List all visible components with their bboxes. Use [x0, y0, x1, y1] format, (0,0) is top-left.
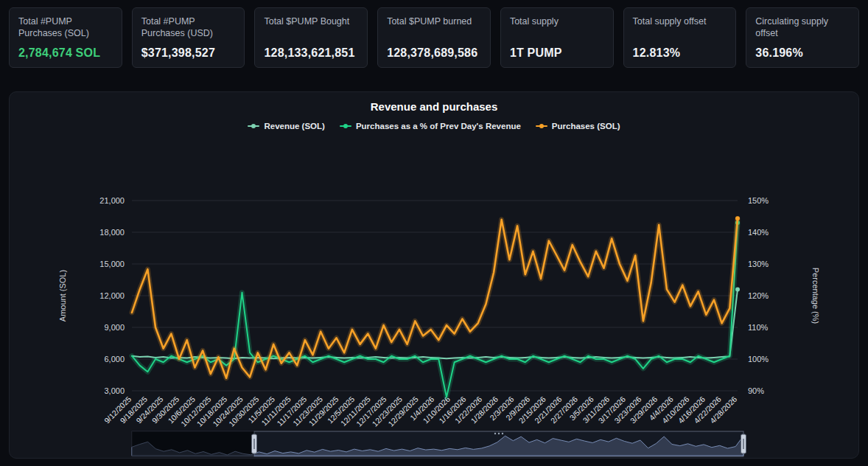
card-total-pump-burned: Total $PUMP burned 128,378,689,586 — [377, 7, 491, 68]
card-value: 128,133,621,851 — [264, 46, 358, 60]
right-axis-title: Percentage (%) — [811, 268, 820, 324]
left-axis-title: Amount (SOL) — [58, 270, 67, 321]
card-value: $371,398,527 — [141, 46, 236, 60]
card-total-pump-purchases-sol: Total #PUMP Purchases (SOL) 2,784,674 SO… — [9, 7, 122, 68]
legend-marker-icon — [248, 122, 259, 130]
legend-label: Purchases (SOL) — [552, 122, 620, 131]
right-axis-tick: 130% — [748, 260, 769, 268]
series-glow — [132, 218, 738, 378]
card-total-pump-purchases-usd: Total #PUMP Purchases (USD) $371,398,527 — [132, 7, 245, 68]
series-endpoint — [735, 216, 740, 220]
chart-title: Revenue and purchases — [10, 100, 858, 114]
left-axis-tick: 3,000 — [104, 386, 125, 395]
card-title: Total #PUMP Purchases (SOL) — [18, 15, 113, 40]
card-value: 128,378,689,586 — [387, 46, 481, 60]
legend-item-purchases-sol[interactable]: Purchases (SOL) — [536, 122, 620, 131]
card-total-pump-bought: Total $PUMP Bought 128,133,621,851 — [254, 7, 368, 68]
left-axis-tick: 9,000 — [104, 323, 125, 332]
card-circulating-supply-offset: Circulating supply offset 36.196% — [746, 7, 859, 68]
card-title: Total supply offset — [633, 15, 727, 27]
stats-cards-row: Total #PUMP Purchases (SOL) 2,784,674 SO… — [0, 0, 868, 68]
legend-marker-icon — [536, 122, 547, 130]
left-axis-tick: 21,000 — [99, 196, 125, 205]
legend-marker-icon — [340, 122, 351, 130]
card-value: 2,784,674 SOL — [18, 46, 113, 60]
right-axis-tick: 140% — [748, 228, 769, 237]
card-title: Total $PUMP Bought — [264, 15, 358, 27]
right-axis-tick: 90% — [748, 386, 764, 395]
navigator-grip-icon[interactable] — [498, 433, 500, 434]
card-value: 1T PUMP — [510, 46, 604, 60]
revenue-purchases-chart-panel: Revenue and purchases Revenue (SOL) Purc… — [9, 91, 859, 459]
right-axis-tick: 120% — [748, 291, 769, 300]
revenue-purchases-chart: 3,00090%6,000100%9,000110%12,000120%15,0… — [10, 133, 860, 458]
left-axis-tick: 12,000 — [99, 291, 125, 300]
card-title: Circulating supply offset — [755, 15, 850, 40]
legend-label: Purchases as a % of Prev Day's Revenue — [356, 122, 521, 131]
navigator-unselected-region[interactable] — [132, 431, 254, 456]
left-axis-tick: 18,000 — [99, 228, 125, 237]
legend-item-purchases-percent[interactable]: Purchases as a % of Prev Day's Revenue — [340, 122, 521, 131]
left-axis-tick: 6,000 — [104, 355, 125, 364]
card-title: Total $PUMP burned — [387, 15, 481, 27]
right-axis-tick: 100% — [748, 355, 769, 364]
legend-item-revenue-sol[interactable]: Revenue (SOL) — [248, 122, 324, 131]
card-total-supply-offset: Total supply offset 12.813% — [623, 7, 737, 68]
right-axis-tick: 110% — [748, 323, 769, 332]
card-title: Total #PUMP Purchases (USD) — [141, 15, 236, 40]
navigator-grip-icon[interactable] — [494, 433, 496, 434]
right-axis-tick: 150% — [748, 196, 769, 205]
left-axis-tick: 15,000 — [99, 260, 125, 268]
card-value: 12.813% — [633, 46, 727, 60]
legend-label: Revenue (SOL) — [264, 122, 324, 131]
card-value: 36.196% — [755, 46, 850, 60]
card-total-supply: Total supply 1T PUMP — [500, 7, 614, 68]
navigator-grip-icon[interactable] — [502, 433, 503, 434]
navigator-selection[interactable] — [254, 431, 743, 456]
card-title: Total supply — [510, 15, 604, 27]
chart-legend: Revenue (SOL) Purchases as a % of Prev D… — [10, 119, 858, 133]
